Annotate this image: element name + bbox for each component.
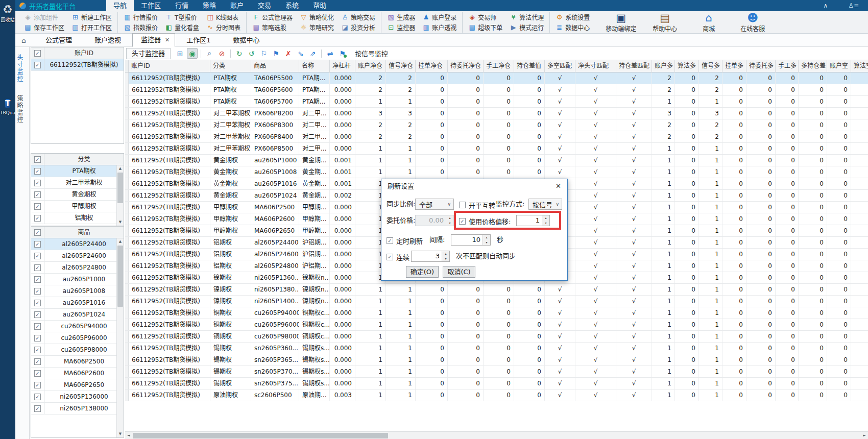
flag-add-icon[interactable]: ⚑: [337, 48, 348, 59]
account-list-item[interactable]: ✓66112952(TB期货模拟): [31, 59, 124, 71]
table-row[interactable]: 66112952(TB期货模拟)PTA期权TA606P5600PTA期...0.…: [125, 84, 868, 96]
row-checkbox[interactable]: ✓: [31, 356, 44, 367]
column-header-账户空[interactable]: 账户空: [827, 60, 851, 72]
collapse-ribbon-icon[interactable]: ∧: [823, 2, 828, 9]
scroll-down-icon[interactable]: ▼: [117, 219, 124, 226]
category-select-all-checkbox[interactable]: ✓: [31, 154, 44, 165]
column-header-商品[interactable]: 商品: [251, 60, 299, 72]
commodity-list-item[interactable]: ✓al2605P24800: [31, 262, 124, 274]
ribbon-button-帮助中心[interactable]: ▤帮助中心: [646, 12, 683, 33]
scroll-up-icon[interactable]: ▲: [117, 238, 124, 245]
menu-item-系统[interactable]: 系统: [278, 0, 306, 11]
horizontal-scrollbar[interactable]: ◄ ►: [125, 431, 868, 439]
row-checkbox[interactable]: ✓: [31, 177, 44, 188]
home-icon[interactable]: ⌂: [21, 36, 26, 44]
ribbon-button-算法代理[interactable]: ¥算法代理: [506, 12, 547, 22]
search-cancel-icon[interactable]: ⊘: [216, 48, 227, 59]
table-row[interactable]: 66112952(TB期货模拟)对二甲苯期权PX606P8300对二甲...0.…: [125, 119, 868, 131]
tab-工作区1[interactable]: 工作区1: [175, 34, 222, 46]
import-icon[interactable]: ⇘: [295, 48, 306, 59]
category-scrollbar[interactable]: ▲ ▼: [116, 165, 124, 226]
row-checkbox[interactable]: ✓: [31, 332, 44, 344]
ribbon-button-模式运行[interactable]: ▶模式运行: [506, 22, 547, 32]
column-header-信号净仓[interactable]: 信号净仓: [386, 60, 416, 72]
commodity-list-item[interactable]: ✓au2605P1000: [31, 274, 124, 285]
commodity-list-item[interactable]: ✓ni2605P136000: [31, 391, 124, 403]
commodity-list-item[interactable]: ✓cu2605P98000: [31, 344, 124, 356]
column-header-持仓差匹配[interactable]: 持仓差匹配: [616, 60, 652, 72]
open-close-convert-checkbox[interactable]: ✓ 开平互转: [459, 200, 495, 210]
category-list-item[interactable]: ✓铝期权: [31, 212, 124, 224]
table-row[interactable]: 66112952(TB期货模拟)锡期权sn2605P360...锡期权s...0…: [125, 343, 868, 354]
row-checkbox[interactable]: ✓: [31, 309, 44, 320]
tbquant-desktop-icon[interactable]: T TBQua: [0, 97, 15, 115]
ribbon-button-公式管理器[interactable]: F公式管理器: [249, 12, 296, 22]
commodity-list-item[interactable]: ✓au2605P1024: [31, 309, 124, 321]
column-header-挂单多[interactable]: 挂单多: [722, 60, 746, 72]
scroll-down-icon[interactable]: ▼: [117, 431, 124, 437]
flag-check-icon[interactable]: ⚑: [271, 48, 281, 59]
consecutive-spinner[interactable]: 3 ▴▾: [411, 251, 450, 262]
ribbon-button-T型报价[interactable]: ⊤T型报价: [161, 12, 203, 22]
column-header-分类[interactable]: 分类: [210, 60, 251, 72]
column-header-名称[interactable]: 名称: [299, 60, 330, 72]
table-row[interactable]: 66112952(TB期货模拟)黄金期权au2605P1000黄金期...0.0…: [125, 155, 868, 166]
monitor-mode-label[interactable]: 按信号监控: [355, 48, 388, 58]
ribbon-button-分时图表[interactable]: ∿分时图表: [203, 22, 244, 32]
commodity-list-item[interactable]: ✓au2605P1016: [31, 297, 124, 309]
ribbon-button-行情报价[interactable]: ▦行情报价: [120, 12, 161, 22]
table-row[interactable]: 66112952(TB期货模拟)对二甲苯期权PX606P8400对二甲...0.…: [125, 131, 868, 143]
column-header-净头寸匹配[interactable]: 净头寸匹配: [575, 60, 616, 72]
commodity-list-item[interactable]: ✓al2605P24400: [31, 238, 124, 250]
flag-outline-icon[interactable]: ⚐: [258, 48, 269, 59]
row-checkbox[interactable]: ✓: [31, 262, 44, 273]
column-header-多空匹配[interactable]: 多空匹配: [545, 60, 575, 72]
side-tab-策略监控[interactable]: 策略监控: [15, 90, 29, 129]
scroll-up-icon[interactable]: ▲: [117, 165, 124, 172]
column-header-算法多[interactable]: 算法多: [675, 60, 699, 72]
scroll-left-icon[interactable]: ◄: [125, 432, 132, 439]
row-checkbox[interactable]: ✓: [31, 59, 44, 70]
tab-数据中心[interactable]: 数据中心: [222, 34, 271, 46]
ribbon-button-生成器[interactable]: ▧生成器: [383, 12, 419, 22]
row-checkbox[interactable]: ✓: [31, 250, 44, 261]
row-checkbox[interactable]: ✓: [31, 379, 44, 391]
ribbon-button-策略交易[interactable]: ♙策略交易: [337, 12, 379, 22]
commodity-list-item[interactable]: ✓MA606P2600: [31, 368, 124, 379]
commodity-list-item[interactable]: ✓MA606P2650: [31, 379, 124, 391]
ribbon-button-量化看盘[interactable]: ◧量化看盘: [161, 22, 203, 32]
column-header-算法空[interactable]: 算法空: [851, 60, 868, 72]
ribbon-button-新建工作区[interactable]: ⊞新建工作区: [68, 12, 115, 22]
commodity-list-item[interactable]: ✓al2605P24600: [31, 250, 124, 262]
ribbon-button-商城[interactable]: ⌂商城: [690, 12, 727, 33]
column-header-持仓差值[interactable]: 持仓差值: [514, 60, 545, 72]
commodity-list-item[interactable]: ✓ni2605P138000: [31, 403, 124, 414]
commodity-select-all-checkbox[interactable]: ✓: [31, 227, 44, 238]
column-layout-icon[interactable]: ⊞: [175, 48, 185, 59]
position-monitor-title[interactable]: 头寸监控器: [126, 48, 171, 59]
account-select-all-checkbox[interactable]: ✓: [31, 47, 44, 59]
ribbon-button-投资分析[interactable]: ◪投资分析: [337, 22, 379, 32]
ribbon-button-账户透视[interactable]: ▥账户透视: [419, 22, 460, 32]
menu-item-策略[interactable]: 策略: [196, 0, 223, 11]
column-header-挂单净仓[interactable]: 挂单净仓: [416, 60, 448, 72]
row-checkbox[interactable]: ✓: [31, 212, 44, 224]
table-row[interactable]: 66112952(TB期货模拟)镍期权ni2605P1380...镍期权n...…: [125, 284, 868, 296]
menu-item-帮助[interactable]: 帮助: [306, 0, 333, 11]
ok-button[interactable]: 确定(O): [406, 266, 439, 278]
tab-公式管理[interactable]: 公式管理: [34, 34, 83, 46]
table-row[interactable]: 66112952(TB期货模拟)PTA期权TA606P5700PTA期...0.…: [125, 96, 868, 108]
dialog-close-icon[interactable]: ✕: [556, 179, 561, 193]
scrollbar-thumb[interactable]: [117, 173, 123, 203]
column-header-多持仓差[interactable]: 多持仓差: [799, 60, 827, 72]
menu-item-工作区[interactable]: 工作区: [134, 0, 168, 11]
close-tab-icon[interactable]: ✕: [165, 37, 170, 43]
column-header-账户多[interactable]: 账户多: [652, 60, 675, 72]
table-row[interactable]: 66112952(TB期货模拟)锡期权sn2605P365...锡期权s...0…: [125, 354, 868, 366]
category-list-item[interactable]: ✓PTA期权: [31, 165, 124, 177]
menu-item-账户[interactable]: 账户: [223, 0, 251, 11]
tab-账户透视[interactable]: 账户透视: [83, 34, 132, 46]
commodity-list-item[interactable]: ✓MA606P2500: [31, 356, 124, 368]
row-checkbox[interactable]: ✓: [31, 238, 44, 250]
interval-spinner[interactable]: 10 ▴▾: [451, 234, 491, 246]
